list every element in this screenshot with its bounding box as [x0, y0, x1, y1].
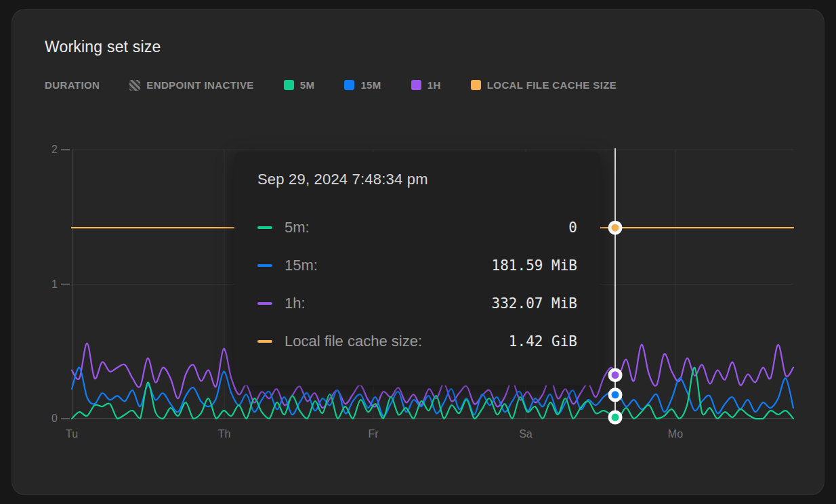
tooltip-row-value: 1.42 GiB	[509, 333, 577, 350]
color-swatch-icon	[411, 80, 421, 90]
y-axis-tick-label: 2	[37, 143, 58, 156]
tooltip-row-label: 5m:	[285, 219, 310, 236]
crosshair-marker-dot	[612, 224, 619, 232]
chart-tooltip: Sep 29, 2024 7:48:34 pm 5m: 0 15m: 181.5…	[234, 152, 600, 385]
legend-item-1h[interactable]: 1H	[411, 79, 441, 91]
series-dash-icon	[257, 226, 272, 229]
page-title: Working set size	[45, 38, 161, 56]
crosshair-marker-dot	[612, 391, 619, 398]
working-set-size-card: Working set size DURATION ENDPOINT INACT…	[12, 9, 824, 495]
x-axis-tick-label: Tu	[66, 428, 78, 440]
tooltip-row-5m: 5m: 0	[257, 209, 577, 247]
legend-item-local-file-cache-size[interactable]: LOCAL FILE CACHE SIZE	[471, 79, 616, 91]
tooltip-row-label: Local file cache size:	[285, 333, 422, 350]
tooltip-timestamp: Sep 29, 2024 7:48:34 pm	[257, 171, 577, 188]
x-axis-tick-label: Th	[218, 428, 231, 440]
legend-item-label: ENDPOINT INACTIVE	[146, 79, 253, 91]
tooltip-row-local-file-cache-size: Local file cache size: 1.42 GiB	[257, 322, 577, 360]
crosshair-marker-dot	[612, 371, 619, 379]
series-dash-icon	[257, 302, 272, 305]
y-axis-tick-label: 1	[37, 278, 58, 291]
tooltip-row-value: 332.07 MiB	[492, 295, 577, 312]
tooltip-row-label: 15m:	[285, 257, 318, 274]
color-swatch-icon	[344, 80, 354, 90]
tooltip-row-1h: 1h: 332.07 MiB	[257, 285, 577, 322]
series-dash-icon	[257, 340, 272, 343]
x-axis-tick-label: Mo	[668, 428, 683, 440]
legend-item-label: 1H	[427, 79, 441, 91]
x-axis-tick-label: Fr	[368, 428, 378, 440]
tooltip-row-value: 0	[568, 219, 577, 236]
page: { "card": { "title": "Working set size" …	[0, 0, 836, 504]
legend-item-15m[interactable]: 15M	[344, 79, 381, 91]
legend-item-5m[interactable]: 5M	[284, 79, 315, 91]
legend-item-endpoint-inactive[interactable]: ENDPOINT INACTIVE	[129, 79, 253, 91]
tooltip-row-label: 1h:	[285, 295, 306, 312]
crosshair-marker-dot	[612, 414, 619, 421]
hatch-swatch-icon	[129, 80, 140, 91]
legend: DURATION ENDPOINT INACTIVE 5M 15M 1H LOC…	[45, 79, 616, 91]
color-swatch-icon	[471, 80, 481, 90]
tooltip-row-15m: 15m: 181.59 MiB	[257, 247, 577, 285]
tooltip-row-value: 181.59 MiB	[492, 257, 577, 274]
x-axis-tick-label: Sa	[519, 428, 532, 440]
color-swatch-icon	[284, 80, 294, 90]
legend-item-label: 5M	[300, 79, 315, 91]
series-dash-icon	[257, 264, 272, 267]
legend-duration-label: DURATION	[45, 79, 100, 91]
legend-item-label: LOCAL FILE CACHE SIZE	[487, 79, 616, 91]
y-axis-tick-label: 0	[37, 412, 58, 425]
legend-item-label: 15M	[360, 79, 381, 91]
